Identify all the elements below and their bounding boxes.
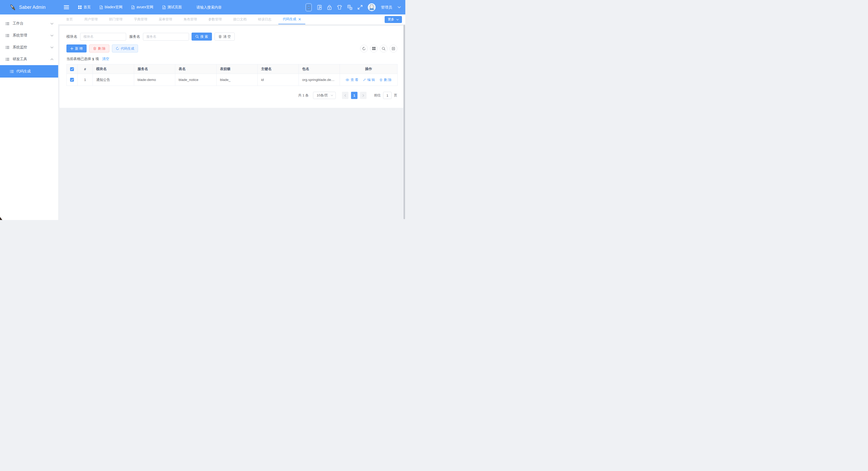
- sidebar-item-label: 工作台: [13, 21, 24, 26]
- select-all-cell: [67, 64, 78, 74]
- header-search-input[interactable]: [196, 5, 240, 9]
- view-link-label: 查 看: [350, 77, 358, 82]
- sidebar-item-code-generation[interactable]: 代码生成: [0, 65, 58, 77]
- cell-actions: 查 看 编 辑 删 除: [340, 74, 398, 86]
- page-number-current[interactable]: 1: [351, 92, 358, 99]
- top-nav-item-home[interactable]: 首页: [78, 5, 91, 9]
- sidebar-collapse-button[interactable]: [64, 5, 69, 9]
- tab-api-docs[interactable]: 接口文档: [233, 14, 247, 24]
- selection-clear-link[interactable]: 清空: [102, 57, 109, 61]
- chevron-left-icon: [344, 94, 346, 97]
- table-row: 1 通知公告 blade-demo blade_notice blade_ id…: [67, 74, 398, 86]
- column-header-prefix: 表前缀: [217, 64, 258, 74]
- list-menu-icon: [10, 69, 14, 73]
- check-icon: [71, 68, 73, 70]
- tab-user-management[interactable]: 用户管理: [84, 14, 98, 24]
- fullscreen-icon[interactable]: [358, 5, 363, 9]
- sidebar-item-dev-tools[interactable]: 研发工具: [0, 53, 58, 65]
- chevron-down-icon[interactable]: [398, 6, 401, 8]
- avatar[interactable]: [368, 3, 376, 11]
- sidebar-item-workbench[interactable]: 工作台: [0, 18, 58, 29]
- data-table: # 模块名 服务名 表名 表前缀 主键名 包名 操作: [66, 64, 398, 86]
- tab-code-generation[interactable]: 代码生成: [278, 14, 305, 24]
- delete-button-label: 删 除: [98, 46, 106, 51]
- columns-icon[interactable]: [390, 45, 397, 53]
- delete-button[interactable]: 删 除: [89, 44, 110, 53]
- column-header-index: #: [78, 64, 93, 74]
- close-icon[interactable]: [299, 18, 301, 21]
- lock-icon[interactable]: [327, 5, 332, 10]
- svg-text:A: A: [350, 7, 351, 9]
- page-size-select[interactable]: 10条/页: [313, 92, 336, 99]
- selection-count: 1: [92, 57, 94, 61]
- cursor-artifact: [0, 217, 2, 220]
- add-button[interactable]: 新 增: [66, 44, 87, 53]
- tab-error-log[interactable]: 错误日志: [258, 14, 271, 24]
- cell-table: blade_notice: [175, 74, 217, 86]
- chevron-right-icon: [363, 94, 364, 97]
- view-link[interactable]: 查 看: [346, 77, 358, 82]
- top-nav-item-test[interactable]: 测试页面: [162, 5, 182, 9]
- document-icon: [162, 5, 166, 9]
- tab-role-management[interactable]: 角色管理: [184, 14, 197, 24]
- edit-icon: [363, 78, 366, 82]
- service-name-input[interactable]: [143, 33, 189, 40]
- search-icon[interactable]: [380, 45, 388, 53]
- tab-home[interactable]: 首页: [66, 14, 73, 24]
- app-window: Saber Admin 首页 bladex官网 a: [0, 0, 405, 220]
- search-button[interactable]: 搜 索: [191, 33, 212, 40]
- tab-menu-management[interactable]: 菜单管理: [159, 14, 172, 24]
- clear-button[interactable]: 清 空: [215, 33, 235, 40]
- document-icon: [131, 5, 135, 9]
- menu-mode-select-button[interactable]: [306, 3, 312, 11]
- theme-shirt-icon[interactable]: [337, 5, 342, 9]
- chevron-down-icon: [51, 46, 54, 48]
- sidebar-item-label: 代码生成: [16, 69, 31, 74]
- grid-icon[interactable]: [370, 45, 378, 53]
- row-checkbox[interactable]: [70, 78, 74, 82]
- refresh-icon[interactable]: [360, 45, 368, 53]
- more-label: 更多: [388, 17, 394, 22]
- trash-icon: [379, 78, 382, 82]
- cell-pk: id: [258, 74, 299, 86]
- top-nav-item-bladex[interactable]: bladex官网: [99, 5, 123, 9]
- brand[interactable]: Saber Admin: [0, 4, 58, 11]
- edit-link[interactable]: 编 辑: [363, 77, 375, 82]
- cell-service: blade-demo: [134, 74, 175, 86]
- prev-page-button[interactable]: [342, 92, 348, 99]
- delete-link[interactable]: 删 除: [379, 77, 392, 82]
- column-header-table: 表名: [175, 64, 217, 74]
- scrollbar[interactable]: [403, 25, 405, 219]
- module-name-input[interactable]: [80, 33, 126, 40]
- more-button[interactable]: 更多: [384, 16, 402, 23]
- plus-icon: [70, 47, 73, 50]
- check-icon: [71, 79, 73, 81]
- filter-row: 模块名 服务名 搜 索 清 空: [66, 33, 397, 40]
- sidebar-item-label: 系统监控: [13, 45, 27, 50]
- sidebar-item-system-monitor[interactable]: 系统监控: [0, 41, 58, 53]
- chevron-down-icon: [51, 23, 54, 25]
- tab-label: 代码生成: [283, 17, 296, 22]
- chevron-down-icon: [51, 35, 54, 36]
- goto-page-input[interactable]: [383, 92, 392, 99]
- next-page-button[interactable]: [360, 92, 367, 99]
- tab-dictionary-management[interactable]: 字典管理: [134, 14, 147, 24]
- column-header-actions: 操作: [340, 64, 398, 74]
- debug-clipboard-icon[interactable]: [317, 5, 322, 10]
- user-name[interactable]: 管理员: [381, 5, 392, 10]
- sidebar-item-label: 系统管理: [13, 33, 27, 38]
- add-button-label: 新 增: [75, 46, 83, 51]
- cell-prefix: blade_: [217, 74, 258, 86]
- tab-department-management[interactable]: 部门管理: [109, 14, 123, 24]
- select-all-checkbox[interactable]: [70, 67, 74, 71]
- pagination: 共 1 条 10条/页 1 前往 页: [66, 92, 397, 99]
- top-nav-item-avuex[interactable]: avuex官网: [131, 5, 153, 9]
- code-generate-button[interactable]: 代码生成: [112, 44, 138, 53]
- cell-module: 通知公告: [93, 74, 134, 86]
- translate-icon[interactable]: 中A: [347, 5, 352, 10]
- top-nav-label: avuex官网: [136, 5, 153, 9]
- module-name-label: 模块名: [66, 34, 77, 39]
- tab-param-management[interactable]: 参数管理: [208, 14, 222, 24]
- sidebar-item-system-management[interactable]: 系统管理: [0, 29, 58, 41]
- search-button-label: 搜 索: [200, 34, 208, 39]
